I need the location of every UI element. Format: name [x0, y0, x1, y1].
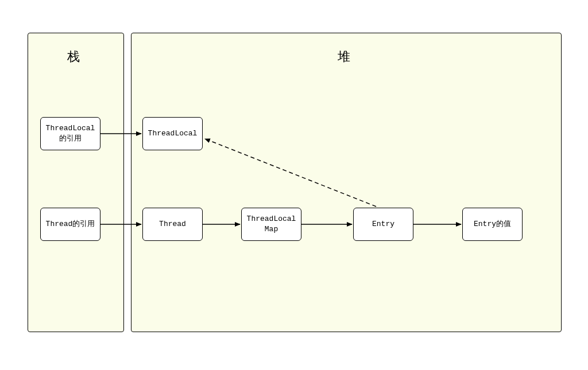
heap-container: 堆 [131, 33, 562, 332]
node-threadlocal: ThreadLocal [142, 117, 203, 150]
stack-container: 栈 [28, 33, 124, 332]
node-thread: Thread [142, 208, 203, 241]
heap-title: 堆 [131, 48, 561, 65]
node-entry: Entry [353, 208, 413, 241]
node-thread-ref: Thread的引用 [40, 208, 100, 241]
stack-title: 栈 [28, 48, 123, 65]
node-threadlocalmap: ThreadLocalMap [241, 208, 301, 241]
node-threadlocal-ref: ThreadLocal的引用 [40, 117, 100, 150]
node-entry-value: Entry的值 [462, 208, 523, 241]
